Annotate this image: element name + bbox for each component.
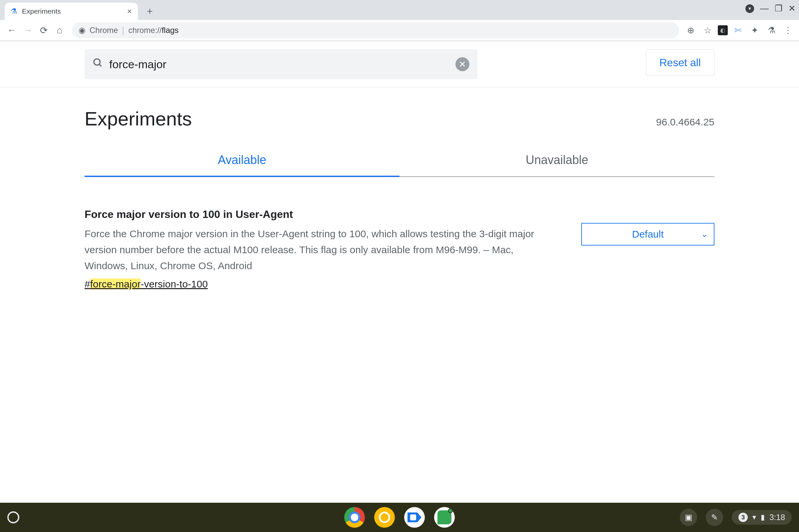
shelf: ▣ ✎ 3 ▾ ▮ 3:18 [0,503,799,532]
stylus-icon[interactable]: ✎ [706,509,723,526]
browser-chrome: ⚗ Experiments × + ▾ — ❐ ✕ ← → ⟳ ⌂ ◉ Chro… [0,0,799,41]
url-label: Chrome [90,26,118,35]
flag-description: Force the Chrome major version in the Us… [85,226,557,274]
close-window-icon[interactable]: ✕ [788,3,796,14]
app-yellow-icon[interactable] [374,507,395,528]
search-input[interactable]: force-major [109,58,166,71]
address-bar[interactable]: ◉ Chrome | chrome://flags [72,22,679,38]
clear-search-icon[interactable]: ✕ [456,57,469,71]
window-controls: ▾ — ❐ ✕ [745,3,796,14]
flag-title: Force major version to 100 in User-Agent [85,208,561,221]
launcher-button[interactable] [7,511,19,524]
status-tray[interactable]: 3 ▾ ▮ 3:18 [732,510,792,525]
clock: 3:18 [769,513,785,522]
flag-anchor-rest: -version-to-100 [141,279,208,289]
reset-all-button[interactable]: Reset all [646,49,715,76]
menu-icon[interactable]: ⋮ [782,24,794,37]
scissors-icon[interactable]: ✄ [732,24,744,37]
url-prefix: chrome:// [129,26,162,35]
version-label: 96.0.4664.25 [656,116,714,128]
search-box[interactable]: force-major ✕ [85,49,478,79]
tab-title: Experiments [22,7,61,15]
bookmark-icon[interactable]: ☆ [701,24,714,37]
minimize-icon[interactable]: — [760,3,769,14]
flag-select-value: Default [632,229,664,240]
forward-button[interactable]: → [21,23,35,37]
battery-icon: ▮ [761,513,765,522]
flag-anchor[interactable]: #force-major-version-to-100 [85,279,208,290]
tab-available[interactable]: Available [85,153,400,177]
extensions-icon[interactable]: ✦ [748,24,761,37]
duo-icon[interactable] [404,507,425,528]
home-button[interactable]: ⌂ [53,23,67,37]
labs-icon[interactable]: ⚗ [765,24,778,37]
tab-bar: Available Unavailable [85,153,714,177]
search-row: force-major ✕ Reset all [0,41,799,88]
extension1-icon[interactable]: ◐ [718,25,728,35]
heading-row: Experiments 96.0.4664.25 [0,88,799,130]
reload-button[interactable]: ⟳ [37,23,51,37]
chevron-down-icon: ⌄ [701,230,708,239]
url-path: flags [162,26,179,35]
search-icon [93,58,103,71]
toolbar-actions: ⊕ ☆ ◐ ✄ ✦ ⚗ ⋮ [685,24,794,37]
svg-point-0 [94,59,100,65]
flag-item: Force major version to 100 in User-Agent… [85,208,714,290]
browser-tab[interactable]: ⚗ Experiments × [5,3,138,20]
shelf-status: ▣ ✎ 3 ▾ ▮ 3:18 [680,509,792,526]
account-icon[interactable]: ▾ [745,4,754,13]
flag-anchor-highlight: force-major [90,279,141,289]
page-title: Experiments [85,108,192,130]
flag-anchor-hash: # [85,279,90,289]
flag-text: Force major version to 100 in User-Agent… [85,208,561,290]
back-button[interactable]: ← [5,23,19,37]
separator: | [122,25,124,36]
toolbar: ← → ⟳ ⌂ ◉ Chrome | chrome://flags ⊕ ☆ ◐ … [0,20,799,41]
tab-unavailable[interactable]: Unavailable [400,153,714,177]
chrome-icon[interactable] [344,507,365,528]
flask-icon: ⚗ [11,7,17,16]
tote-icon[interactable]: ▣ [680,509,697,526]
svg-line-1 [99,64,101,66]
tab-strip: ⚗ Experiments × + ▾ — ❐ ✕ [0,0,799,20]
wifi-icon: ▾ [752,513,756,522]
new-tab-button[interactable]: + [143,4,157,19]
site-info-icon[interactable]: ◉ [78,26,86,35]
maximize-icon[interactable]: ❐ [775,3,782,14]
page-content: force-major ✕ Reset all Experiments 96.0… [0,41,799,290]
zoom-icon[interactable]: ⊕ [685,24,697,37]
shelf-apps [344,507,455,528]
flag-select[interactable]: Default ⌄ [581,223,714,246]
close-icon[interactable]: × [127,7,132,16]
chat-icon[interactable] [434,507,455,528]
notification-badge: 3 [738,513,748,522]
